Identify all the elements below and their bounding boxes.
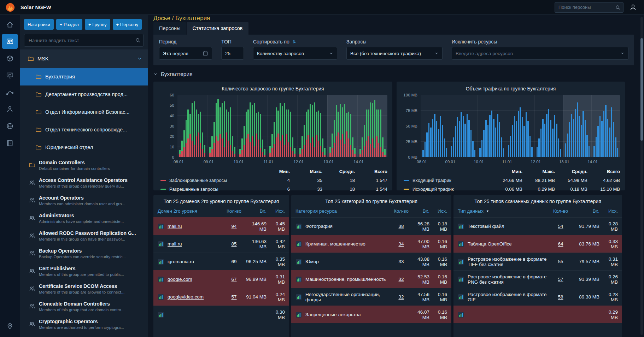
sidebar-search-input[interactable] bbox=[24, 34, 144, 47]
resource-link[interactable]: mail.ru bbox=[168, 241, 182, 247]
table-row[interactable]: mail.ru 85 136.63 MB 0.42 MB bbox=[153, 235, 289, 253]
table-row[interactable]: Юмор 33 43.88 MB 0.16 MB bbox=[291, 253, 451, 270]
table-row[interactable]: Растровое изображение в формате TIFF без… bbox=[453, 253, 622, 270]
directory-entry[interactable]: Administrators Administrators have compl… bbox=[20, 209, 148, 227]
count-link[interactable]: 38 bbox=[393, 224, 409, 229]
tree-node-msk[interactable]: MSK bbox=[20, 49, 148, 68]
nav-journal-icon[interactable] bbox=[2, 136, 18, 150]
table-row[interactable]: 0.29 MB bbox=[453, 306, 622, 323]
tree-node[interactable]: Департамент производства прод... bbox=[20, 85, 148, 103]
column-name[interactable]: Домен 2го уровня bbox=[158, 208, 197, 214]
column-inbound[interactable]: Вх. bbox=[245, 208, 267, 214]
exclude-resources-input[interactable] bbox=[456, 51, 617, 56]
resource-link[interactable]: Негосударственные организации, фонды bbox=[305, 292, 391, 302]
add-group-button[interactable]: + Группу bbox=[85, 19, 110, 30]
directory-entry[interactable]: Cert Publishers Members of this group ar… bbox=[20, 262, 148, 280]
count-link[interactable]: 34 bbox=[393, 241, 409, 247]
directory-entry[interactable]: Account Operators Members can administer… bbox=[20, 191, 148, 209]
settings-button[interactable]: Настройки bbox=[24, 19, 54, 30]
top-input[interactable]: 25 bbox=[221, 47, 244, 60]
column-outbound[interactable]: Исх. bbox=[602, 208, 618, 214]
tree-node[interactable]: Юридический отдел bbox=[20, 138, 148, 156]
chevron-down-icon[interactable] bbox=[137, 56, 142, 61]
resource-link[interactable]: Криминал, мошенничество bbox=[305, 241, 365, 247]
count-link[interactable]: 32 bbox=[393, 294, 409, 300]
column-inbound[interactable]: Вх. bbox=[412, 208, 429, 214]
count-link[interactable]: 55 bbox=[553, 259, 568, 264]
table-row[interactable]: Растровое изображение в формате GIF 58 8… bbox=[453, 288, 622, 306]
tab-persons[interactable]: Персоны bbox=[153, 22, 186, 35]
table-row[interactable]: mail.ru 94 146.69 MB 0.45 MB bbox=[153, 217, 289, 235]
count-link[interactable]: 33 bbox=[393, 259, 409, 264]
nav-home-icon[interactable] bbox=[2, 17, 18, 32]
column-inbound[interactable]: Вх. bbox=[571, 208, 599, 214]
resource-link[interactable]: Растровое изображение в формате TIFF без… bbox=[468, 256, 550, 267]
table-row[interactable]: Запрещенные лекарства 46.07 MB 0.16 MB bbox=[291, 306, 451, 323]
count-link[interactable]: 57 bbox=[553, 277, 568, 282]
directory-entry[interactable]: Cryptographic Operators Members are auth… bbox=[20, 315, 148, 333]
sort-arrows-icon[interactable] bbox=[292, 39, 297, 44]
resource-link[interactable]: googlevideo.com bbox=[168, 294, 204, 300]
directory-entry[interactable]: Certificate Service DCOM Access Members … bbox=[20, 280, 148, 297]
table-row[interactable]: google.com 67 96.89 MB 0.31 MB bbox=[153, 270, 289, 288]
resource-link[interactable]: Юмор bbox=[305, 259, 319, 264]
nav-monitoring-icon[interactable] bbox=[2, 68, 18, 83]
table-row[interactable]: Растровое изображение в формате PNG без … bbox=[453, 270, 622, 288]
resource-link[interactable]: google.com bbox=[168, 277, 192, 282]
tree-node[interactable]: Отдел Информационной Безопас... bbox=[20, 103, 148, 121]
directory-entry[interactable]: Access Control Assistance Operators Memb… bbox=[20, 174, 148, 191]
column-outbound[interactable]: Исх. bbox=[269, 208, 285, 214]
tree-node[interactable]: Отдел технического сопровожде... bbox=[20, 121, 148, 138]
resource-link[interactable]: mail.ru bbox=[168, 224, 182, 229]
count-link[interactable]: 67 bbox=[226, 277, 242, 282]
resource-link[interactable]: Фотография bbox=[305, 224, 333, 229]
requests-select[interactable]: Все (без технического трафика) bbox=[346, 47, 443, 60]
tab-request-statistics[interactable]: Статистика запросов bbox=[187, 22, 248, 35]
count-link[interactable]: 57 bbox=[226, 294, 242, 300]
add-person-button[interactable]: + Персону bbox=[113, 19, 142, 30]
nav-policies-icon[interactable] bbox=[2, 85, 18, 100]
group-section-header[interactable]: Бухгалтерия bbox=[153, 71, 644, 77]
table-row[interactable]: 0.30 MB bbox=[153, 306, 289, 323]
pin-icon[interactable] bbox=[2, 319, 18, 333]
column-count[interactable]: Кол-во bbox=[553, 208, 568, 214]
add-section-button[interactable]: + Раздел bbox=[56, 19, 82, 30]
table-row[interactable]: Фотография 38 56.28 MB 0.18 MB bbox=[291, 217, 451, 235]
column-count[interactable]: Кол-во bbox=[393, 208, 409, 214]
count-link[interactable]: 94 bbox=[226, 224, 242, 229]
count-link[interactable]: 54 bbox=[553, 224, 568, 229]
column-outbound[interactable]: Исх. bbox=[432, 208, 447, 214]
resource-link[interactable]: Растровое изображение в формате GIF bbox=[468, 292, 550, 302]
resource-link[interactable]: Машиностроение, промышленность bbox=[305, 277, 386, 282]
resource-link[interactable]: Запрещенные лекарства bbox=[305, 312, 361, 317]
resource-link[interactable]: Растровое изображение в формате PNG без … bbox=[468, 274, 550, 285]
resource-link[interactable]: Текстовый файл bbox=[468, 224, 504, 229]
resource-link[interactable]: igromania.ru bbox=[168, 259, 194, 264]
nav-persons-icon[interactable] bbox=[2, 34, 18, 49]
person-search-input[interactable] bbox=[555, 2, 623, 13]
directory-entry[interactable]: Backup Operators Backup Operators can ov… bbox=[20, 244, 148, 262]
nav-packages-icon[interactable] bbox=[2, 51, 18, 66]
directory-entry[interactable]: Domain Controllers Default container for… bbox=[20, 156, 148, 174]
count-link[interactable]: 32 bbox=[393, 277, 409, 282]
resource-link[interactable]: Таблица OpenOffice bbox=[468, 241, 512, 247]
table-row[interactable]: Машиностроение, промышленность 32 52.53 … bbox=[291, 270, 451, 288]
directory-entry[interactable]: Allowed RODC Password Replication G... M… bbox=[20, 227, 148, 244]
count-link[interactable]: 85 bbox=[226, 241, 242, 247]
table-row[interactable]: Текстовый файл 54 91.79 MB 0.28 MB bbox=[453, 217, 622, 235]
table-row[interactable]: googlevideo.com 57 91.04 MB 0.24 MB bbox=[153, 288, 289, 306]
table-row[interactable]: Негосударственные организации, фонды 32 … bbox=[291, 288, 451, 306]
column-name[interactable]: Тип данных bbox=[458, 208, 484, 214]
column-name[interactable]: Категория ресурса bbox=[295, 208, 337, 214]
exclude-resources-select[interactable] bbox=[452, 47, 628, 60]
sort-select[interactable]: Количеству запросов bbox=[253, 47, 337, 60]
scrollbar-thumb[interactable] bbox=[640, 38, 643, 141]
count-link[interactable]: 69 bbox=[226, 259, 242, 264]
user-menu-button[interactable] bbox=[629, 4, 637, 11]
count-link[interactable]: 58 bbox=[553, 294, 568, 300]
column-count[interactable]: Кол-во bbox=[226, 208, 242, 214]
table-row[interactable]: Таблица OpenOffice 64 83.76 MB 0.33 MB bbox=[453, 235, 622, 253]
tree-node[interactable]: Бухгалтерия bbox=[20, 68, 148, 85]
vertical-scrollbar[interactable] bbox=[640, 17, 643, 335]
table-row[interactable]: igromania.ru 69 96.25 MB 0.35 MB bbox=[153, 253, 289, 270]
